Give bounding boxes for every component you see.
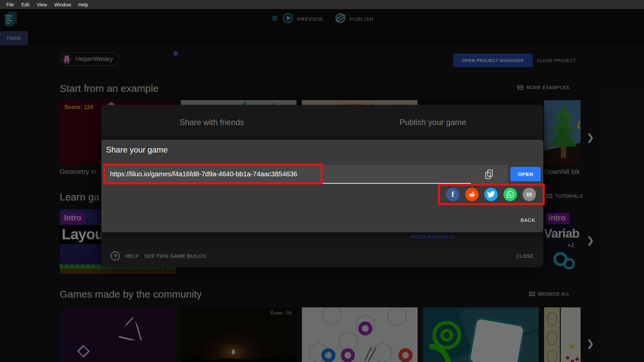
menu-edit[interactable]: Edit [18, 2, 33, 7]
annotation-url-highlight [103, 164, 323, 184]
share-card-title: Share your game [106, 145, 168, 155]
open-game-button[interactable]: OPEN [511, 167, 541, 181]
menu-help[interactable]: Help [75, 2, 92, 7]
back-button[interactable]: BACK [521, 217, 535, 223]
copy-url-button[interactable] [471, 165, 508, 184]
menu-file[interactable]: File [3, 2, 18, 7]
menu-bar: File Edit View Window Help [0, 0, 644, 9]
menu-window[interactable]: Window [51, 2, 75, 7]
copy-icon [485, 170, 493, 179]
annotation-social-highlight [438, 184, 545, 205]
menu-view[interactable]: View [33, 2, 51, 7]
